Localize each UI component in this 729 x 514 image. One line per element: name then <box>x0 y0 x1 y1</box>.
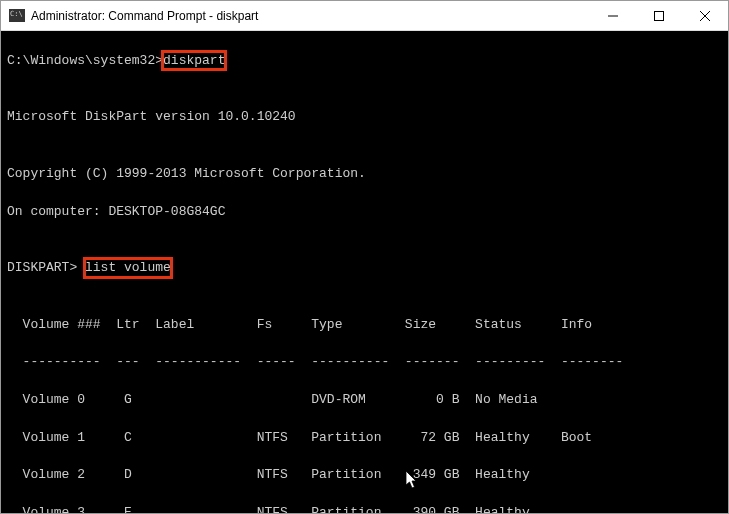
highlight-diskpart: diskpart <box>163 52 225 70</box>
table-row: Volume 0 G DVD-ROM 0 B No Media <box>7 391 722 410</box>
diskpart-prompt: DISKPART> <box>7 260 85 275</box>
table-row: Volume 1 C NTFS Partition 72 GB Healthy … <box>7 429 722 448</box>
terminal-output[interactable]: C:\Windows\system32>diskpart Microsoft D… <box>1 31 728 513</box>
minimize-button[interactable] <box>590 1 636 30</box>
window-controls <box>590 1 728 30</box>
computer-line: On computer: DESKTOP-08G84GC <box>7 203 722 222</box>
window-title: Administrator: Command Prompt - diskpart <box>31 9 590 23</box>
version-line: Microsoft DiskPart version 10.0.10240 <box>7 108 722 127</box>
copyright-line: Copyright (C) 1999-2013 Microsoft Corpor… <box>7 165 722 184</box>
table-row: Volume 2 D NTFS Partition 349 GB Healthy <box>7 466 722 485</box>
svg-rect-1 <box>655 11 664 20</box>
table-row: Volume 3 E NTFS Partition 390 GB Healthy <box>7 504 722 514</box>
window-titlebar: Administrator: Command Prompt - diskpart <box>1 1 728 31</box>
table-separator: ---------- --- ----------- ----- -------… <box>7 353 722 372</box>
maximize-button[interactable] <box>636 1 682 30</box>
close-button[interactable] <box>682 1 728 30</box>
table-header: Volume ### Ltr Label Fs Type Size Status… <box>7 316 722 335</box>
highlight-listvolume: list volume <box>85 259 171 277</box>
cmd-icon <box>9 9 25 22</box>
prompt-path: C:\Windows\system32> <box>7 53 163 68</box>
